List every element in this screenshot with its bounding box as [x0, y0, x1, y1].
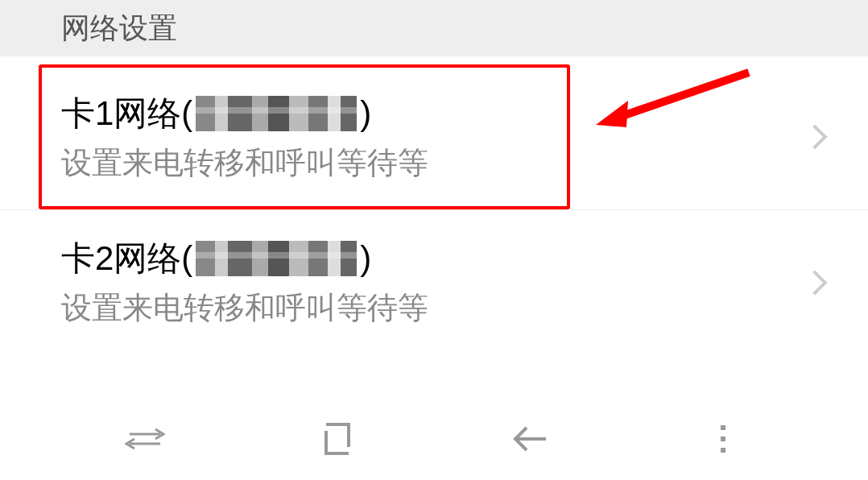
sim1-network-item[interactable]: 卡1网络( ) 设置来电转移和呼叫等待等 — [39, 64, 570, 209]
chevron-right-icon — [802, 124, 827, 149]
sim1-row-container: 卡1网络( ) 设置来电转移和呼叫等待等 — [0, 64, 868, 209]
sim2-title-prefix: 卡2网络( — [61, 236, 192, 281]
sim1-subtitle: 设置来电转移和呼叫等待等 — [61, 143, 428, 184]
svg-rect-1 — [721, 437, 725, 441]
settings-list: 卡1网络( ) 设置来电转移和呼叫等待等 卡2网络( ) 设置来电转移和呼叫等待… — [0, 64, 868, 354]
sim1-title-prefix: 卡1网络( — [61, 91, 192, 136]
home-button[interactable] — [289, 415, 386, 463]
section-header-text: 网络设置 — [61, 9, 177, 48]
recent-apps-icon — [125, 424, 165, 453]
svg-rect-0 — [721, 425, 725, 430]
svg-rect-2 — [721, 448, 725, 453]
sim1-content: 卡1网络( ) 设置来电转移和呼叫等待等 — [61, 91, 428, 184]
sim2-title: 卡2网络( ) — [61, 236, 428, 281]
sim1-carrier-censored — [196, 96, 357, 131]
back-arrow-icon — [510, 423, 551, 455]
section-header: 网络设置 — [0, 0, 868, 56]
chevron-right-icon — [802, 270, 827, 295]
menu-dots-icon — [719, 424, 727, 454]
recent-apps-button[interactable] — [97, 415, 193, 463]
sim2-subtitle: 设置来电转移和呼叫等待等 — [61, 288, 428, 329]
back-button[interactable] — [482, 415, 579, 463]
menu-button[interactable] — [675, 415, 771, 463]
sim2-title-suffix: ) — [360, 239, 371, 278]
sim2-network-item[interactable]: 卡2网络( ) 设置来电转移和呼叫等待等 — [0, 209, 868, 354]
sim2-content: 卡2网络( ) 设置来电转移和呼叫等待等 — [61, 236, 428, 329]
navigation-bar — [0, 398, 868, 480]
sim2-carrier-censored — [196, 241, 357, 276]
sim1-title: 卡1网络( ) — [61, 91, 428, 136]
home-icon — [320, 421, 355, 457]
sim1-title-suffix: ) — [360, 94, 371, 133]
